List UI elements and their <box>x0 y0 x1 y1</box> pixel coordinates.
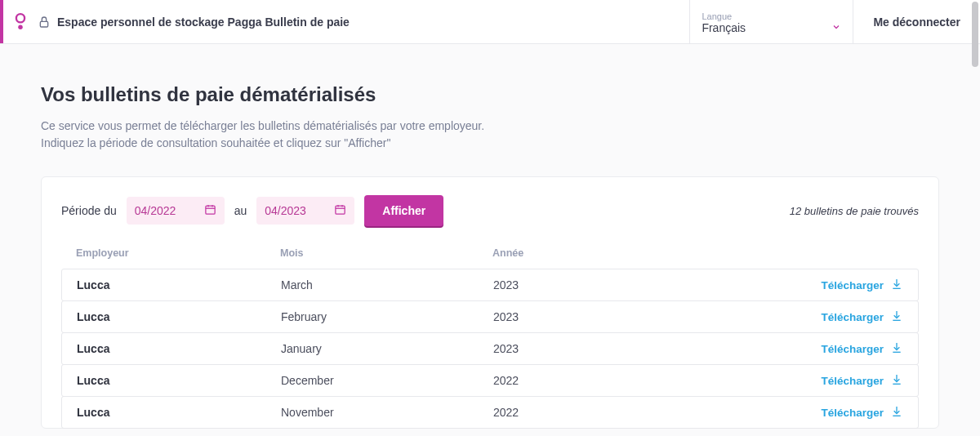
table-row: LuccaFebruary2023Télécharger <box>61 300 919 333</box>
page-description-2: Indiquez la période de consultation souh… <box>41 135 939 152</box>
table-header: Employeur Mois Année <box>61 247 919 269</box>
svg-point-1 <box>18 24 23 29</box>
svg-rect-3 <box>206 206 215 214</box>
brand-logo[interactable] <box>3 0 38 43</box>
cell-employer: Lucca <box>77 310 281 323</box>
download-button[interactable]: Télécharger <box>773 405 903 420</box>
logout-label: Me déconnecter <box>873 16 960 29</box>
download-label: Télécharger <box>821 311 884 323</box>
cell-month: March <box>281 278 493 291</box>
cell-employer: Lucca <box>77 406 281 419</box>
date-to-value: 04/2023 <box>265 204 306 217</box>
date-to-input[interactable]: 04/2023 <box>256 197 354 225</box>
download-label: Télécharger <box>821 407 884 419</box>
cell-employer: Lucca <box>77 342 281 355</box>
svg-rect-2 <box>40 21 47 27</box>
cell-month: December <box>281 374 493 387</box>
cell-month: February <box>281 310 493 323</box>
cell-year: 2023 <box>493 342 773 355</box>
cell-year: 2023 <box>493 310 773 323</box>
cell-year: 2023 <box>493 278 773 291</box>
filter-row: Période du 04/2022 au 04/2023 Afficher 1… <box>61 195 919 226</box>
download-label: Télécharger <box>821 343 884 355</box>
download-button[interactable]: Télécharger <box>773 373 903 389</box>
svg-point-0 <box>16 14 24 22</box>
svg-rect-7 <box>336 206 345 214</box>
chevron-down-icon <box>831 21 841 34</box>
cell-year: 2022 <box>493 374 773 387</box>
logout-button[interactable]: Me déconnecter <box>853 0 980 43</box>
download-label: Télécharger <box>821 279 884 291</box>
cell-employer: Lucca <box>77 278 281 291</box>
page-title: Espace personnel de stockage Pagga Bulle… <box>57 16 350 29</box>
download-label: Télécharger <box>821 375 884 387</box>
period-label: Période du <box>61 204 117 217</box>
language-value: Français <box>702 21 746 34</box>
table-row: LuccaMarch2023Télécharger <box>61 269 919 301</box>
download-icon <box>890 278 903 293</box>
cell-employer: Lucca <box>77 374 281 387</box>
cell-month: January <box>281 342 493 355</box>
payslip-card: Période du 04/2022 au 04/2023 Afficher 1… <box>41 176 939 429</box>
download-button[interactable]: Télécharger <box>773 278 903 293</box>
download-icon <box>890 309 903 325</box>
col-employer: Employeur <box>76 247 280 259</box>
scrollbar[interactable] <box>972 2 978 67</box>
lock-icon <box>38 16 51 29</box>
cell-month: November <box>281 406 493 419</box>
page-heading: Vos bulletins de paie dématérialisés <box>41 83 939 106</box>
download-icon <box>890 341 903 357</box>
calendar-icon <box>334 203 346 218</box>
date-from-value: 04/2022 <box>135 204 176 217</box>
main-content: Vos bulletins de paie dématérialisés Ce … <box>0 44 980 429</box>
download-button[interactable]: Télécharger <box>773 309 903 325</box>
payslip-table: Employeur Mois Année LuccaMarch2023Téléc… <box>61 247 919 429</box>
download-icon <box>890 373 903 389</box>
cell-year: 2022 <box>493 406 773 419</box>
date-from-input[interactable]: 04/2022 <box>127 197 225 225</box>
calendar-icon <box>204 203 216 218</box>
language-label: Langue <box>702 11 841 21</box>
title-area: Espace personnel de stockage Pagga Bulle… <box>38 0 689 43</box>
page-description-1: Ce service vous permet de télécharger le… <box>41 118 939 135</box>
table-row: LuccaJanuary2023Télécharger <box>61 332 919 365</box>
table-row: LuccaNovember2022Télécharger <box>61 396 919 429</box>
show-button[interactable]: Afficher <box>364 195 443 226</box>
download-icon <box>890 405 903 420</box>
download-button[interactable]: Télécharger <box>773 341 903 357</box>
col-year: Année <box>492 247 773 259</box>
result-count: 12 bulletins de paie trouvés <box>790 205 919 217</box>
language-selector[interactable]: Langue Français <box>689 0 853 43</box>
top-bar: Espace personnel de stockage Pagga Bulle… <box>0 0 980 44</box>
table-row: LuccaDecember2022Télécharger <box>61 364 919 397</box>
to-label: au <box>234 204 247 217</box>
col-month: Mois <box>280 247 492 259</box>
